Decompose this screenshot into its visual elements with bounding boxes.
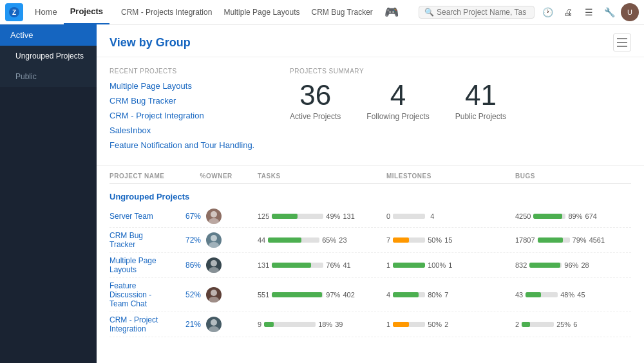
nav-home[interactable]: Home <box>28 0 64 24</box>
th-owner: OWNER <box>206 172 258 180</box>
bugs-left: 4250 <box>515 212 531 220</box>
milestone-bar <box>393 214 425 219</box>
table-section: PROJECT NAME % OWNER TASKS MILESTONES BU… <box>97 166 644 363</box>
owner-avatar <box>206 317 222 332</box>
recent-tabs: CRM - Projects Integration Multiple Page… <box>116 0 378 24</box>
project-pct: 72% <box>167 236 206 245</box>
milestone-pct-label: 50% <box>428 321 442 328</box>
bugs-pct-label: 25% <box>556 321 571 328</box>
milestone-right: 7 <box>444 291 448 299</box>
bugs-pct-label: 89% <box>568 212 582 220</box>
stat-public-label: Public Projects <box>455 112 506 121</box>
project-name-link[interactable]: CRM Bug Tracker <box>109 231 167 249</box>
user-avatar[interactable]: U <box>621 3 639 21</box>
search-icon: 🔍 <box>424 8 434 17</box>
bugs-pct-label: 79% <box>573 236 587 244</box>
recent-projects-col: RECENT PROJECTS Multiple Page Layouts CR… <box>109 68 290 155</box>
recent-project-3[interactable]: SalesInbox <box>109 126 290 135</box>
stat-following-number: 4 <box>366 81 429 109</box>
search-box[interactable]: 🔍 <box>419 6 535 19</box>
task-right: 131 <box>343 212 354 220</box>
svg-point-5 <box>209 242 219 248</box>
milestone-cell: 7 50% 15 <box>386 236 515 244</box>
recent-project-1[interactable]: CRM Bug Tracker <box>109 96 290 106</box>
recent-projects-label: RECENT PROJECTS <box>109 68 290 75</box>
stats-row: 36 Active Projects 4 Following Projects … <box>290 81 631 121</box>
th-tasks: TASKS <box>258 172 386 180</box>
task-right: 39 <box>335 321 343 328</box>
bugs-cell: 2 25% 6 <box>515 321 631 328</box>
task-cell: 44 65% 23 <box>258 236 386 244</box>
bugs-right: 4561 <box>589 236 605 244</box>
task-pct-label: 65% <box>322 236 336 244</box>
project-name-link[interactable]: Feature Discussion - Team Chat <box>109 281 167 308</box>
table-row: CRM Bug Tracker 72% 44 65% 23 7 50% 15 1… <box>109 228 631 253</box>
svg-point-11 <box>209 326 219 332</box>
task-cell: 125 49% 131 <box>258 212 386 220</box>
bugs-cell: 43 48% 45 <box>515 291 631 299</box>
milestone-cell: 0 4 <box>386 212 515 220</box>
bugs-cell: 832 96% 28 <box>515 261 631 269</box>
milestone-bar <box>393 237 425 243</box>
task-pct-label: 76% <box>326 261 340 269</box>
task-progress-bar <box>272 263 323 268</box>
owner-avatar <box>206 209 222 224</box>
milestone-left: 1 <box>386 261 390 269</box>
table-row: Server Team 67% 125 49% 131 0 4 4250 <box>109 205 631 228</box>
wrench-icon[interactable]: 🔧 <box>600 3 618 21</box>
milestone-left: 0 <box>386 212 390 220</box>
recent-tab-1[interactable]: Multiple Page Layouts <box>218 0 305 24</box>
content-header: View by Group <box>97 24 644 57</box>
recent-tab-0[interactable]: CRM - Projects Integration <box>116 0 217 24</box>
owner-avatar <box>206 257 222 273</box>
menu-button[interactable] <box>613 33 631 51</box>
sidebar-item-active[interactable]: Active <box>0 24 97 46</box>
table-row: CRM - Project Integration 21% 9 18% 39 1… <box>109 312 631 337</box>
sidebar-item-public[interactable]: Public <box>0 66 97 87</box>
recent-project-4[interactable]: Feature Notification and Tour Handling. <box>109 140 290 150</box>
main-content: View by Group RECENT PROJECTS Multiple P… <box>97 24 644 363</box>
milestone-cell: 4 80% 7 <box>386 291 515 299</box>
project-name-link[interactable]: CRM - Project Integration <box>109 315 167 333</box>
bugs-left: 43 <box>515 291 523 299</box>
recent-tab-2[interactable]: CRM Bug Tracker <box>306 0 377 24</box>
nav-projects[interactable]: Projects <box>64 0 109 24</box>
app-logo: Z <box>5 3 23 21</box>
bugs-right: 6 <box>573 321 577 328</box>
project-name-link[interactable]: Server Team <box>109 212 167 221</box>
svg-text:Z: Z <box>12 9 16 16</box>
list-icon[interactable]: ☰ <box>580 3 598 21</box>
table-header: PROJECT NAME % OWNER TASKS MILESTONES BU… <box>109 166 631 184</box>
stat-public-projects: 41 Public Projects <box>455 81 506 121</box>
gamepad-icon: 🎮 <box>384 5 399 19</box>
recent-project-0[interactable]: Multiple Page Layouts <box>109 81 290 91</box>
view-by-group-title: View by Group <box>109 36 191 50</box>
project-pct: 52% <box>167 290 206 299</box>
th-pct: % <box>167 172 206 180</box>
milestone-right: 2 <box>444 321 448 328</box>
svg-point-9 <box>209 297 219 302</box>
bugs-pct-label: 48% <box>560 291 574 299</box>
project-name-link[interactable]: Multiple Page Layouts <box>109 256 167 274</box>
svg-point-7 <box>209 267 219 273</box>
print-icon[interactable]: 🖨 <box>559 3 577 21</box>
sidebar: Active Ungrouped Projects Public <box>0 24 97 363</box>
svg-point-6 <box>211 260 217 266</box>
stat-active-projects: 36 Active Projects <box>290 81 341 121</box>
svg-point-8 <box>211 290 217 296</box>
stat-following-projects: 4 Following Projects <box>366 81 429 121</box>
milestone-bar <box>393 292 425 297</box>
summary-label: PROJECTS SUMMARY <box>290 68 631 75</box>
task-pct-label: 97% <box>326 291 340 299</box>
recent-project-2[interactable]: CRM - Project Integration <box>109 111 290 120</box>
bugs-bar <box>526 292 558 297</box>
table-row: Feature Discussion - Team Chat 52% 551 9… <box>109 278 631 312</box>
clock-icon[interactable]: 🕐 <box>538 3 556 21</box>
group-label-ungrouped: Ungrouped Projects <box>109 184 631 205</box>
search-input[interactable] <box>437 8 527 17</box>
table-row: Multiple Page Layouts 86% 131 76% 41 1 1… <box>109 253 631 278</box>
milestone-pct-label: 50% <box>428 236 442 244</box>
bugs-left: 17807 <box>515 236 535 244</box>
sidebar-item-ungrouped[interactable]: Ungrouped Projects <box>0 46 97 66</box>
stat-public-number: 41 <box>455 81 506 109</box>
